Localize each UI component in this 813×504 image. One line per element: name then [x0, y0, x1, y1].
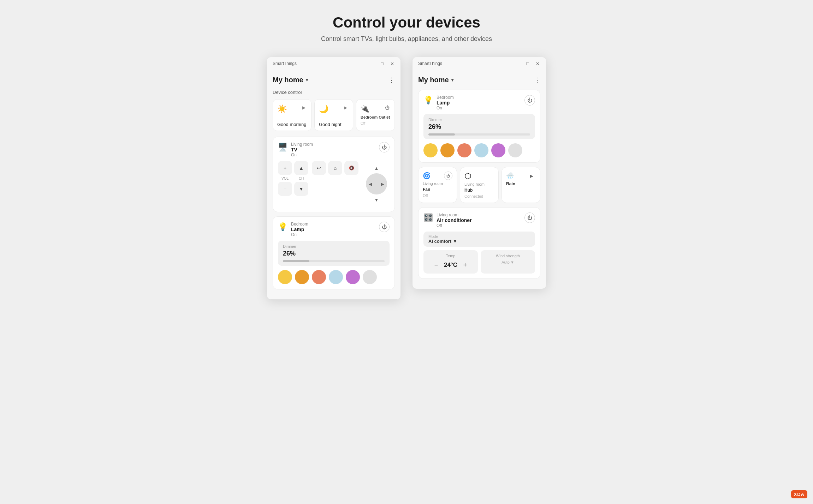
- lamp-device-icon-2: 💡: [423, 96, 433, 105]
- scene-row-1: ☀️ ▶ Good morning 🌙 ▶ Good night 🔌 ⏻ Bed…: [273, 99, 395, 131]
- fan-name: Fan: [423, 187, 452, 192]
- rain-device-card: 🌧️ ▶ Rain: [502, 167, 540, 203]
- window-2: SmartThings — □ ✕ My home ▼ ⋮ 💡: [412, 57, 546, 289]
- swatch-yellow-2[interactable]: [423, 143, 438, 157]
- lamp-device-card-1: 💡 Bedroom Lamp On ⏻ Dimmer 26%: [273, 216, 395, 289]
- swatch-orange-2[interactable]: [440, 143, 455, 157]
- minimize-button-2[interactable]: —: [515, 61, 521, 66]
- swatch-white-2[interactable]: [508, 143, 522, 157]
- scene-morning-card[interactable]: ☀️ ▶ Good morning: [273, 99, 311, 131]
- morning-play-button[interactable]: ▶: [300, 104, 308, 112]
- lamp-card-header-2: 💡 Bedroom Lamp On ⏻: [423, 95, 535, 110]
- tv-device-card: 🖥️ Living room TV On ⏻ +: [273, 137, 395, 212]
- hub-device-card: ⬡ Living room Hub Connected: [460, 167, 499, 203]
- more-menu-1[interactable]: ⋮: [388, 76, 395, 84]
- home-dropdown-arrow-2[interactable]: ▼: [450, 77, 455, 83]
- minimize-button-1[interactable]: —: [369, 61, 375, 66]
- remote-left-controls: + VOL − ▲ CH ▼: [278, 161, 308, 207]
- window-2-titlebar: SmartThings — □ ✕: [413, 57, 546, 70]
- mode-dropdown-icon[interactable]: ▼: [453, 239, 457, 244]
- ac-mode-value[interactable]: AI comfort ▼: [428, 239, 530, 244]
- close-button-2[interactable]: ✕: [535, 61, 540, 66]
- mute-button[interactable]: 🔇: [344, 161, 358, 175]
- ac-temp-row: − 24°C +: [431, 260, 470, 270]
- morning-label: Good morning: [277, 122, 308, 127]
- swatch-blue-2[interactable]: [474, 143, 488, 157]
- dimmer-fill-2: [428, 133, 455, 136]
- swatch-yellow-1[interactable]: [278, 270, 292, 284]
- fan-power-button[interactable]: ⏻: [444, 172, 452, 180]
- lamp-device-info-1: 💡 Bedroom Lamp On: [278, 222, 308, 237]
- lamp-device-location-2: Bedroom: [437, 95, 454, 100]
- ac-temp-down-button[interactable]: −: [431, 260, 441, 270]
- ac-temp-group: Temp − 24°C +: [423, 250, 478, 274]
- tv-power-button[interactable]: ⏻: [379, 142, 390, 152]
- ac-wind-text: Auto: [502, 260, 510, 264]
- ac-temp-label: Temp: [446, 254, 456, 258]
- ac-wind-value[interactable]: Auto ▼: [502, 260, 514, 264]
- outlet-power-button[interactable]: ⏻: [383, 104, 391, 112]
- dimmer-control-2: Dimmer 26%: [423, 114, 535, 139]
- ch-down-button[interactable]: ▼: [294, 182, 308, 196]
- ac-device-status: Off: [437, 223, 472, 228]
- ac-card-header: 🎛️ Living room Air conditioner Off ⏻: [423, 212, 535, 228]
- lamp-device-card-2: 💡 Bedroom Lamp On ⏻ Dimmer 26%: [418, 90, 540, 163]
- ch-up-button[interactable]: ▲: [294, 161, 308, 175]
- lamp-device-status-2: On: [437, 106, 454, 110]
- maximize-button-1[interactable]: □: [379, 61, 385, 66]
- ac-bottom-controls: Temp − 24°C + Wind strength Auto ▼: [423, 250, 535, 274]
- home-title-1[interactable]: My home ▼: [273, 76, 309, 84]
- dimmer-track-1[interactable]: [283, 260, 385, 262]
- lamp-device-location-1: Bedroom: [291, 222, 308, 227]
- ac-device-info: 🎛️ Living room Air conditioner Off: [423, 212, 472, 228]
- scene-night-card[interactable]: 🌙 ▶ Good night: [314, 99, 353, 131]
- ac-power-button[interactable]: ⏻: [524, 212, 535, 223]
- swatch-salmon-2[interactable]: [457, 143, 471, 157]
- more-menu-2[interactable]: ⋮: [534, 76, 540, 84]
- hub-status: Connected: [464, 194, 494, 198]
- hub-name: Hub: [464, 188, 494, 193]
- xda-watermark: XDA: [791, 490, 807, 498]
- dimmer-label-2: Dimmer: [428, 118, 530, 122]
- ac-temp-value: 24°C: [444, 262, 457, 269]
- dpad-right-button[interactable]: ▶: [376, 178, 389, 190]
- swatch-white-1[interactable]: [363, 270, 377, 284]
- window-1-body: My home ▼ ⋮ Device control ☀️ ▶ Good mor…: [267, 70, 400, 299]
- ac-device-name: Air conditioner: [437, 217, 472, 223]
- ac-temp-up-button[interactable]: +: [460, 260, 470, 270]
- ac-mode-label: Mode: [428, 234, 530, 239]
- swatch-salmon-1[interactable]: [312, 270, 326, 284]
- hub-location: Living room: [464, 182, 494, 186]
- home-button[interactable]: ⌂: [328, 161, 342, 175]
- dpad-left-button[interactable]: ◀: [364, 178, 377, 190]
- back-button[interactable]: ↩: [312, 161, 326, 175]
- wind-dropdown-icon[interactable]: ▼: [510, 260, 514, 264]
- rain-play-button[interactable]: ▶: [527, 172, 536, 180]
- dpad-down-button[interactable]: ▼: [370, 193, 383, 206]
- swatch-orange-1[interactable]: [295, 270, 309, 284]
- home-title-2[interactable]: My home ▼: [418, 76, 455, 84]
- night-play-button[interactable]: ▶: [342, 104, 349, 112]
- lamp-power-button-1[interactable]: ⏻: [379, 222, 390, 232]
- dpad: ▲ ▼ ◀ ▶: [363, 161, 390, 207]
- volume-up-button[interactable]: +: [278, 161, 292, 175]
- lamp-power-button-2[interactable]: ⏻: [524, 95, 535, 106]
- lamp-device-status-1: On: [291, 232, 308, 237]
- swatch-purple-1[interactable]: [346, 270, 360, 284]
- maximize-button-2[interactable]: □: [525, 61, 530, 66]
- tv-device-name: TV: [291, 147, 313, 152]
- tv-device-icon: 🖥️: [278, 143, 287, 152]
- fan-icon: 🌀: [423, 172, 431, 180]
- close-button-1[interactable]: ✕: [389, 61, 395, 66]
- dimmer-value-1: 26%: [283, 250, 385, 257]
- dimmer-track-2[interactable]: [428, 133, 530, 136]
- home-dropdown-arrow-1[interactable]: ▼: [305, 77, 309, 83]
- page-subtitle: Control smart TVs, light bulbs, applianc…: [321, 35, 492, 43]
- lamp-device-icon-1: 💡: [278, 222, 287, 232]
- volume-down-button[interactable]: −: [278, 182, 292, 196]
- dpad-up-button[interactable]: ▲: [370, 162, 383, 174]
- window-2-controls: — □ ✕: [515, 61, 540, 66]
- swatch-blue-1[interactable]: [329, 270, 343, 284]
- swatch-purple-2[interactable]: [491, 143, 505, 157]
- outlet-card[interactable]: 🔌 ⏻ Bedroom Outlet Off: [356, 99, 395, 131]
